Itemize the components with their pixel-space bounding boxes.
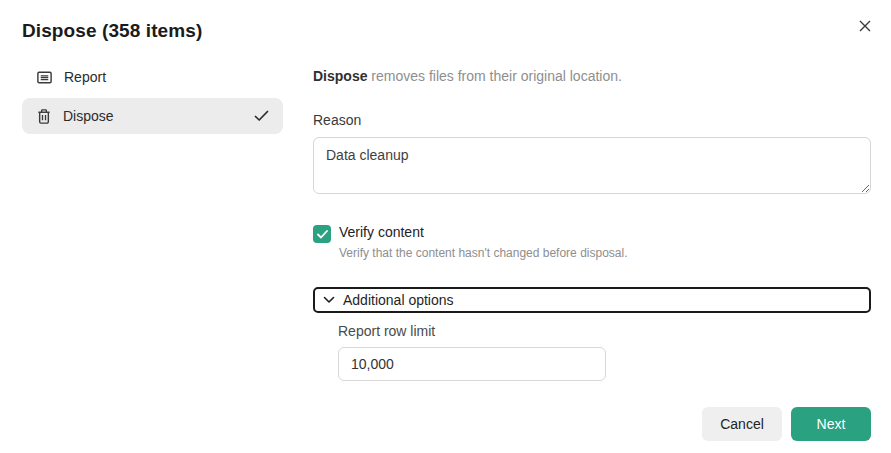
report-icon [36,69,53,86]
sidebar-item-report[interactable]: Report [22,59,283,95]
dialog-title: Dispose (358 items) [22,20,871,42]
trash-icon [36,108,52,125]
additional-options-toggle[interactable]: Additional options [313,287,871,313]
sidebar-item-label: Report [64,69,106,85]
cancel-button[interactable]: Cancel [702,407,782,441]
close-icon [858,19,872,33]
dialog-content: Dispose removes files from their origina… [313,59,871,441]
chevron-down-icon [323,296,335,304]
verify-content-row: Verify content Verify that the content h… [313,224,871,260]
dialog-body: Report Dispose [22,59,871,441]
step-description: Dispose removes files from their origina… [313,60,871,84]
close-button[interactable] [853,14,877,38]
dialog-footer: Cancel Next [313,407,871,441]
next-button[interactable]: Next [791,407,871,441]
checkmark-icon [254,110,269,122]
verify-content-description: Verify that the content hasn't changed b… [339,246,628,260]
verify-content-label: Verify content [339,224,628,240]
step-description-rest: removes files from their original locati… [367,68,621,84]
sidebar: Report Dispose [22,59,283,441]
additional-options-body: Report row limit [313,323,871,381]
report-row-limit-input[interactable] [338,347,606,381]
checkbox-check-icon [317,230,328,239]
reason-textarea[interactable]: Data cleanup [313,137,871,194]
verify-content-checkbox[interactable] [313,225,331,243]
reason-label: Reason [313,112,871,128]
step-description-strong: Dispose [313,68,367,84]
report-row-limit-label: Report row limit [338,323,871,339]
sidebar-item-label: Dispose [63,108,114,124]
additional-options-label: Additional options [343,292,454,308]
sidebar-item-dispose[interactable]: Dispose [22,98,283,134]
dispose-dialog: Dispose (358 items) Report [0,0,891,453]
